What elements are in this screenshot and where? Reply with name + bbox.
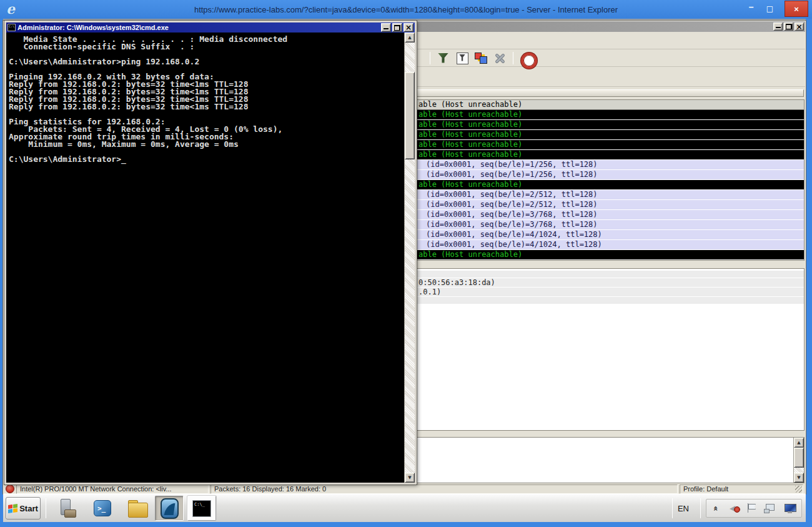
taskbar-button-server-manager[interactable] xyxy=(55,496,80,520)
wireshark-icon xyxy=(161,498,179,519)
ie-title: https://www.practice-labs.com/?client=ja… xyxy=(0,5,812,14)
status-profile: Profile: Default xyxy=(680,484,803,494)
minimize-icon[interactable] xyxy=(773,23,783,31)
coloring-rules-icon[interactable] xyxy=(474,52,488,64)
server-manager-icon xyxy=(59,499,76,518)
taskbar-button-cmd[interactable] xyxy=(187,496,216,521)
toolbar-separator xyxy=(430,52,430,64)
minimize-icon[interactable] xyxy=(381,23,391,32)
windows-flag-icon xyxy=(8,503,17,513)
hidden-icons-chevron[interactable] xyxy=(711,503,723,513)
scroll-down-icon[interactable]: ▼ xyxy=(405,473,415,483)
window-buttons xyxy=(155,496,216,521)
cmd-window: Administrator: C:\Windows\system32\cmd.e… xyxy=(4,21,417,484)
close-icon[interactable]: × xyxy=(785,1,808,17)
restore-icon[interactable] xyxy=(784,23,793,31)
resize-grip[interactable] xyxy=(795,486,802,493)
display-filter-icon[interactable] xyxy=(455,52,469,64)
taskbar-divider xyxy=(46,498,46,518)
start-button[interactable]: Start xyxy=(6,497,41,519)
minimize-icon[interactable]: – xyxy=(743,4,760,10)
tray-icons xyxy=(706,499,802,518)
cmd-titlebar[interactable]: Administrator: C:\Windows\system32\cmd.e… xyxy=(6,23,415,33)
expert-info-icon[interactable] xyxy=(6,484,14,493)
cmd-console-area: Media State . . . . . . . . . . . : Medi… xyxy=(6,33,415,483)
maximize-icon[interactable]: □ xyxy=(760,5,780,13)
preferences-icon[interactable] xyxy=(493,52,507,64)
quick-launch xyxy=(55,496,150,520)
scrollbar-thumb[interactable] xyxy=(794,448,804,468)
close-icon[interactable]: × xyxy=(404,23,413,32)
help-icon[interactable] xyxy=(520,52,533,64)
taskbar-button-powershell[interactable] xyxy=(90,496,115,520)
cmd-icon xyxy=(192,500,211,517)
taskbar: Start EN xyxy=(3,494,806,522)
scroll-up-icon[interactable]: ▲ xyxy=(405,33,415,43)
capture-filter-icon[interactable] xyxy=(437,52,450,64)
bytes-pane-scrollbar[interactable]: ▲ ▼ xyxy=(793,438,804,483)
desktop: × able (Host unreachable)able (Host unre… xyxy=(3,19,806,522)
tray-divider xyxy=(700,498,701,518)
taskbar-button-wireshark[interactable] xyxy=(155,496,184,521)
scrollbar-thumb[interactable] xyxy=(405,72,415,159)
taskbar-button-explorer[interactable] xyxy=(125,496,150,520)
network-icon[interactable] xyxy=(764,503,775,513)
status-interface: Intel(R) PRO/1000 MT Network Connection:… xyxy=(16,484,209,494)
cmd-title: Administrator: C:\Windows\system32\cmd.e… xyxy=(17,23,380,33)
console-scrollbar[interactable]: ▲ ▼ xyxy=(404,33,415,483)
restore-icon[interactable] xyxy=(392,23,402,32)
explorer-icon xyxy=(128,500,147,517)
start-label: Start xyxy=(19,504,38,513)
scroll-up-icon[interactable]: ▲ xyxy=(794,438,804,448)
flag-icon[interactable] xyxy=(746,503,758,513)
cmd-icon xyxy=(7,24,16,31)
close-icon[interactable]: × xyxy=(795,23,804,31)
console-output[interactable]: Media State . . . . . . . . . . . : Medi… xyxy=(6,33,404,483)
scroll-down-icon[interactable]: ▼ xyxy=(794,473,804,483)
toolbar-separator xyxy=(513,52,513,64)
tray-divider xyxy=(672,498,673,518)
system-tray: EN xyxy=(667,494,806,522)
language-indicator[interactable]: EN xyxy=(678,504,689,513)
volume-muted-icon[interactable] xyxy=(729,503,740,513)
ie-titlebar[interactable]: e https://www.practice-labs.com/?client=… xyxy=(0,0,812,19)
status-packets: Packets: 16 Displayed: 16 Marked: 0 xyxy=(210,484,678,494)
status-profile-text: Profile: Default xyxy=(683,485,728,493)
powershell-icon xyxy=(94,500,111,516)
show-desktop-icon[interactable] xyxy=(784,503,796,513)
wireshark-statusbar: Intel(R) PRO/1000 MT Network Connection:… xyxy=(4,483,805,494)
